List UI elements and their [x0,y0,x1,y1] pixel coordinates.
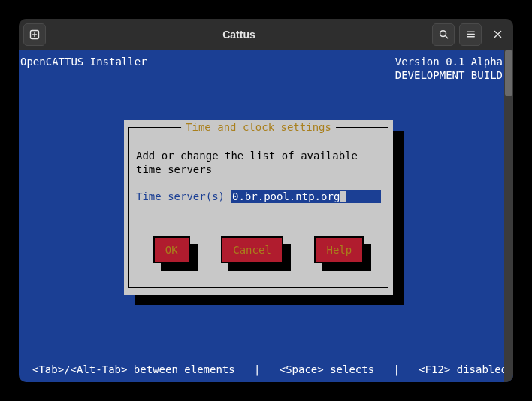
dialog-button-row: OK Cancel Help [124,236,393,263]
time-settings-dialog: Time and clock settings Add or change th… [124,120,393,295]
search-button[interactable] [432,23,455,46]
titlebar: Cattus [19,19,513,50]
scrollbar[interactable] [504,50,513,382]
hamburger-icon [465,29,476,40]
search-icon [438,29,449,40]
time-server-label: Time server(s) [136,190,225,203]
new-tab-icon [29,29,41,41]
dialog-title: Time and clock settings [181,120,336,134]
help-button[interactable]: Help [314,236,364,263]
text-cursor [340,191,346,202]
close-icon [493,29,503,39]
time-server-row: Time server(s) 0.br.pool.ntp.org [136,190,381,203]
footer-hints: <Tab>/<Alt-Tab> between elements | <Spac… [32,363,503,376]
installer-version: Version 0.1 Alpha DEVELOPMENT BUILD [395,55,503,82]
dialog-message: Add or change the list of available time… [136,149,381,176]
dialog-body: Add or change the list of available time… [136,149,381,203]
terminal-viewport: OpenCATTUS Installer Version 0.1 Alpha D… [19,50,513,382]
installer-name: OpenCATTUS Installer [20,55,147,68]
terminal-window: Cattus OpenCATTUS Installer Version [19,19,513,382]
time-server-input[interactable]: 0.br.pool.ntp.org [231,190,381,203]
menu-button[interactable] [459,23,482,46]
window-title: Cattus [50,29,428,41]
new-tab-button[interactable] [23,23,46,46]
close-window-button[interactable] [486,23,509,46]
cancel-button[interactable]: Cancel [221,236,283,263]
ok-button[interactable]: OK [153,236,190,263]
